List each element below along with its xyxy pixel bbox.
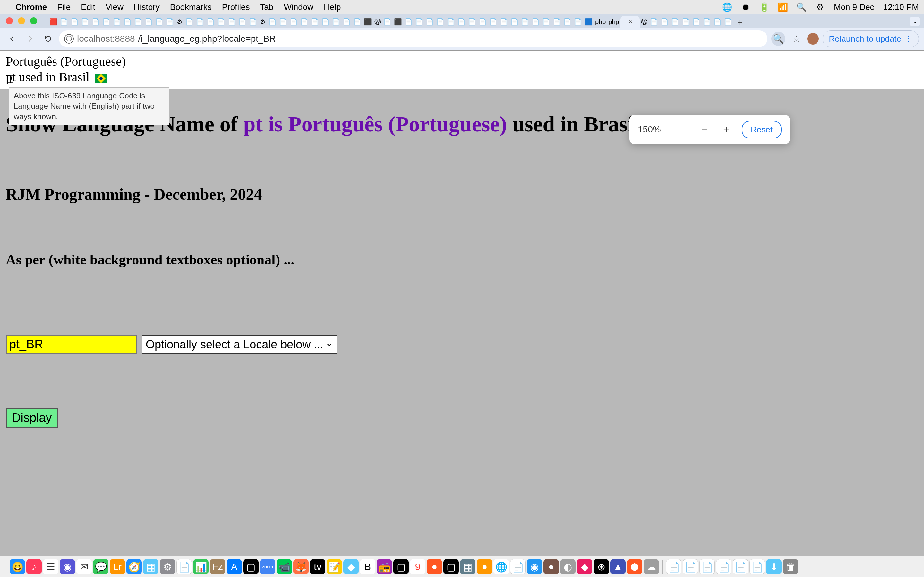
zoom-indicator-icon[interactable]: 🔍: [771, 32, 785, 46]
background-tab[interactable]: 📄: [551, 16, 562, 27]
background-tab[interactable]: 📄: [520, 16, 530, 27]
site-info-icon[interactable]: ⓘ: [64, 34, 74, 44]
background-tab[interactable]: 📄: [101, 16, 111, 27]
app-icon[interactable]: ●: [477, 559, 492, 574]
chrome-icon[interactable]: 🌐: [493, 559, 509, 574]
reminders-icon[interactable]: ☰: [43, 559, 58, 574]
bookmark-star-icon[interactable]: ☆: [789, 32, 803, 46]
podcasts-icon[interactable]: 📻: [376, 559, 392, 574]
app-icon[interactable]: ◐: [560, 559, 575, 574]
display-button[interactable]: Display: [6, 408, 58, 428]
background-tab[interactable]: 📄: [477, 16, 488, 27]
menubar-time[interactable]: 12:10 PM: [883, 2, 919, 12]
background-tab[interactable]: 📄: [530, 16, 541, 27]
menu-edit[interactable]: Edit: [81, 2, 95, 12]
menu-help[interactable]: Help: [324, 2, 341, 12]
background-tab[interactable]: 📄: [165, 16, 175, 27]
record-icon[interactable]: ⏺: [741, 2, 750, 12]
background-tab[interactable]: 📄: [414, 16, 425, 27]
numbers-icon[interactable]: 📊: [193, 559, 208, 574]
zoom-icon[interactable]: zoom: [260, 559, 275, 574]
background-tab[interactable]: 📄: [403, 16, 414, 27]
terminal2-icon[interactable]: ▢: [393, 559, 409, 574]
app-icon[interactable]: ▲: [610, 559, 626, 574]
kebab-icon[interactable]: ⋮: [905, 34, 913, 44]
menu-bookmarks[interactable]: Bookmarks: [170, 2, 212, 12]
background-tab[interactable]: ⬛: [363, 16, 373, 27]
address-bar[interactable]: ⓘ localhost:8888/i_language_eg.php?local…: [59, 31, 767, 47]
background-tab[interactable]: 📄: [154, 16, 165, 27]
appstore-icon[interactable]: A: [226, 559, 242, 574]
app-icon[interactable]: ⬢: [627, 559, 642, 574]
wifi-icon[interactable]: 📶: [778, 2, 788, 12]
background-tab[interactable]: 📄: [352, 16, 363, 27]
background-tab[interactable]: 📄: [299, 16, 310, 27]
downloads-icon[interactable]: ⬇: [766, 559, 782, 574]
calendar-icon[interactable]: 9: [410, 559, 425, 574]
menu-view[interactable]: View: [105, 2, 124, 12]
app-icon[interactable]: ☁: [644, 559, 659, 574]
new-tab-button[interactable]: +: [733, 17, 746, 27]
background-tab[interactable]: ⚙: [175, 16, 184, 27]
background-tab[interactable]: 📄: [226, 16, 237, 27]
app-icon[interactable]: ●: [543, 559, 559, 574]
battery-icon[interactable]: 🔋: [759, 2, 769, 12]
messages-icon[interactable]: 💬: [93, 559, 108, 574]
background-tab[interactable]: 📄: [133, 16, 144, 27]
filezilla-icon[interactable]: Fz: [210, 559, 225, 574]
settings-icon[interactable]: ⚙: [160, 559, 175, 574]
background-tab[interactable]: 📄: [467, 16, 477, 27]
background-tab[interactable]: ⬛: [393, 16, 403, 27]
locale-select[interactable]: Optionally select a Locale below ...: [142, 335, 337, 354]
zoom-reset-button[interactable]: Reset: [742, 121, 782, 139]
background-tab[interactable]: 📄: [573, 16, 583, 27]
background-tab[interactable]: 📄: [184, 16, 195, 27]
background-tab[interactable]: 📄: [205, 16, 216, 27]
background-tab[interactable]: 🟦: [583, 16, 594, 27]
background-tab[interactable]: ⚙: [258, 16, 267, 27]
tab-list-dropdown[interactable]: ⌄: [910, 17, 919, 26]
background-tab[interactable]: 📄: [80, 16, 90, 27]
globe-icon[interactable]: 🌐: [722, 2, 732, 12]
lightroom-icon[interactable]: Lr: [110, 559, 125, 574]
background-tab[interactable]: Ⓦ: [373, 16, 382, 27]
background-tab[interactable]: 📄: [435, 16, 446, 27]
background-tab[interactable]: 📄: [278, 16, 288, 27]
doc-icon[interactable]: 📄: [699, 559, 715, 574]
doc-icon[interactable]: 📄: [666, 559, 682, 574]
doc-icon[interactable]: 📄: [510, 559, 525, 574]
bold-icon[interactable]: B: [360, 559, 375, 574]
doc-icon[interactable]: 📄: [733, 559, 748, 574]
fullscreen-window-button[interactable]: [30, 17, 37, 24]
app-icon[interactable]: ◆: [343, 559, 359, 574]
background-tab[interactable]: 📄: [382, 16, 393, 27]
doc-icon[interactable]: 📄: [716, 559, 732, 574]
forward-button[interactable]: [23, 32, 37, 46]
background-tab[interactable]: php: [594, 16, 607, 27]
mail-icon[interactable]: ✉: [76, 559, 92, 574]
background-tab[interactable]: 📄: [59, 16, 69, 27]
doc-icon[interactable]: 📄: [750, 559, 765, 574]
facetime-icon[interactable]: 📹: [276, 559, 292, 574]
background-tab[interactable]: 📄: [456, 16, 467, 27]
background-tab[interactable]: 📄: [288, 16, 299, 27]
background-tab[interactable]: 📄: [195, 16, 205, 27]
console-icon[interactable]: ▢: [443, 559, 459, 574]
terminal-icon[interactable]: ▢: [243, 559, 258, 574]
background-tab[interactable]: 📄: [509, 16, 520, 27]
app-icon[interactable]: ⊛: [594, 559, 609, 574]
background-tab[interactable]: 📄: [723, 16, 733, 27]
search-icon[interactable]: 🔍: [796, 2, 806, 12]
background-tab[interactable]: 📄: [691, 16, 702, 27]
background-tab[interactable]: 📄: [659, 16, 670, 27]
tv-icon[interactable]: tv: [310, 559, 325, 574]
menu-tab[interactable]: Tab: [260, 2, 274, 12]
background-tab[interactable]: 📄: [425, 16, 435, 27]
doc-icon[interactable]: 📄: [683, 559, 698, 574]
podcasts-icon[interactable]: ◉: [60, 559, 75, 574]
menu-window[interactable]: Window: [284, 2, 313, 12]
background-tab[interactable]: 📄: [712, 16, 723, 27]
background-tab[interactable]: 📄: [341, 16, 352, 27]
reload-button[interactable]: [41, 32, 55, 46]
close-window-button[interactable]: [6, 17, 13, 24]
